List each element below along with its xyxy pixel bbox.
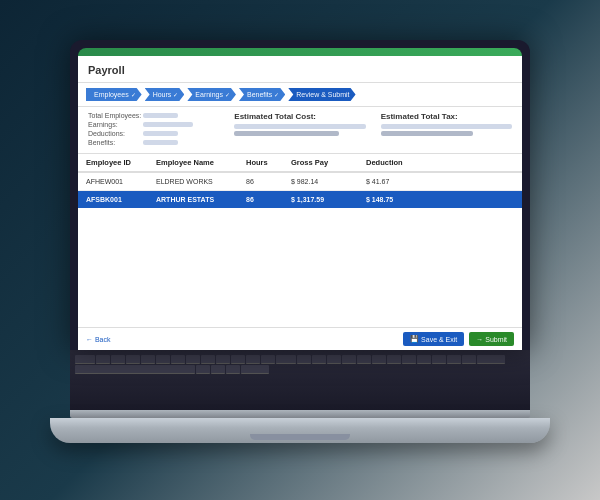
key	[261, 355, 275, 364]
employee-hours: 86	[246, 196, 291, 203]
tax-value-bar2	[381, 131, 473, 136]
info-col-left: Total Employees: Earnings: Deductions:	[88, 112, 219, 148]
info-col-middle: Estimated Total Cost:	[234, 112, 365, 148]
key	[226, 365, 240, 374]
submit-button[interactable]: → Submit	[469, 332, 514, 346]
laptop-screen: Payroll Employees ✓ Hours ✓ Earnings ✓	[70, 40, 530, 350]
key	[111, 355, 125, 364]
earnings-row: Earnings:	[88, 121, 219, 128]
col-header-deduction: Deduction	[366, 158, 431, 167]
key	[402, 355, 416, 364]
key	[462, 355, 476, 364]
back-link[interactable]: ← Back	[86, 336, 111, 343]
key	[201, 355, 215, 364]
employee-id: AFHEW001	[86, 178, 156, 185]
save-exit-button[interactable]: 💾 Save & Exit	[403, 332, 464, 346]
info-section: Total Employees: Earnings: Deductions:	[78, 107, 522, 154]
laptop-hinge	[70, 410, 530, 418]
col-header-id: Employee ID	[86, 158, 156, 167]
key	[96, 355, 110, 364]
deductions-value	[143, 131, 178, 136]
key	[432, 355, 446, 364]
key	[216, 355, 230, 364]
col-header-name: Employee Name	[156, 158, 246, 167]
cost-value-bar	[234, 124, 365, 129]
footer-buttons: 💾 Save & Exit → Submit	[403, 332, 514, 346]
key	[387, 355, 401, 364]
step-earnings[interactable]: Earnings ✓	[187, 88, 236, 101]
key	[447, 355, 461, 364]
laptop-base	[50, 418, 550, 443]
key	[141, 355, 155, 364]
key	[171, 355, 185, 364]
total-employees-value	[143, 113, 178, 118]
key	[342, 355, 356, 364]
spacebar-key	[75, 365, 195, 374]
key	[126, 355, 140, 364]
key	[312, 355, 326, 364]
footer-bar: ← Back 💾 Save & Exit → Submit	[78, 327, 522, 350]
employee-deduction: $ 148.75	[366, 196, 431, 203]
cost-value-bar2	[234, 131, 339, 136]
key	[241, 365, 269, 374]
employee-name: ARTHUR ESTATS	[156, 196, 246, 203]
col-header-hours: Hours	[246, 158, 291, 167]
tax-value-bar	[381, 124, 512, 129]
screen-bezel: Payroll Employees ✓ Hours ✓ Earnings ✓	[78, 48, 522, 350]
key	[246, 355, 260, 364]
col-header-gross-pay: Gross Pay	[291, 158, 366, 167]
benefits-row: Benefits:	[88, 139, 219, 146]
steps-bar: Employees ✓ Hours ✓ Earnings ✓ Benefits …	[78, 83, 522, 107]
employee-gross-pay: $ 1,317.59	[291, 196, 366, 203]
key	[211, 365, 225, 374]
benefits-value	[143, 140, 178, 145]
employee-gross-pay: $ 982.14	[291, 178, 366, 185]
screen-top-bar	[78, 48, 522, 56]
key	[327, 355, 341, 364]
screen-content: Payroll Employees ✓ Hours ✓ Earnings ✓	[78, 56, 522, 350]
payroll-table: Employee ID Employee Name Hours Gross Pa…	[78, 154, 522, 327]
info-col-right: Estimated Total Tax:	[381, 112, 512, 148]
key	[357, 355, 371, 364]
key	[276, 355, 296, 364]
deductions-row: Deductions:	[88, 130, 219, 137]
step-hours[interactable]: Hours ✓	[145, 88, 185, 101]
key	[156, 355, 170, 364]
page-title: Payroll	[88, 64, 125, 76]
table-row[interactable]: AFSBK001 ARTHUR ESTATS 86 $ 1,317.59 $ 1…	[78, 191, 522, 208]
key	[297, 355, 311, 364]
table-header: Employee ID Employee Name Hours Gross Pa…	[78, 154, 522, 173]
earnings-value	[143, 122, 193, 127]
table-row[interactable]: AFHEW001 ELDRED WORKS 86 $ 982.14 $ 41.6…	[78, 173, 522, 191]
key	[196, 365, 210, 374]
key	[477, 355, 505, 364]
key	[417, 355, 431, 364]
total-employees-row: Total Employees:	[88, 112, 219, 119]
key	[75, 355, 95, 364]
keyboard	[70, 350, 530, 410]
laptop-device: Payroll Employees ✓ Hours ✓ Earnings ✓	[40, 40, 560, 460]
employee-hours: 86	[246, 178, 291, 185]
save-icon: 💾	[410, 335, 419, 343]
step-benefits[interactable]: Benefits ✓	[239, 88, 285, 101]
key	[186, 355, 200, 364]
key	[372, 355, 386, 364]
employee-id: AFSBK001	[86, 196, 156, 203]
employee-name: ELDRED WORKS	[156, 178, 246, 185]
step-employees[interactable]: Employees ✓	[86, 88, 142, 101]
employee-deduction: $ 41.67	[366, 178, 431, 185]
payroll-header: Payroll	[78, 56, 522, 83]
key	[231, 355, 245, 364]
step-review-submit[interactable]: Review & Submit	[288, 88, 355, 101]
